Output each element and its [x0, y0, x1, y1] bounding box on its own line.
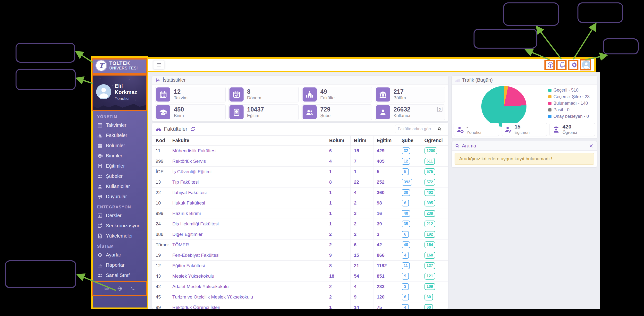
- stat-value: 217: [394, 88, 406, 95]
- ogrenci-badge[interactable]: 575: [424, 168, 436, 175]
- sidebar-item-bolumler[interactable]: Bölümler: [93, 140, 147, 150]
- sube-badge[interactable]: 3: [402, 283, 409, 290]
- stat-card-takvim[interactable]: 12Takvim: [155, 87, 226, 102]
- cell-birim: 3: [350, 208, 373, 219]
- ogrenci-badge[interactable]: 238: [424, 210, 436, 217]
- sidebar-item-kullanicilar[interactable]: Kullanıcılar: [93, 181, 147, 192]
- faculty-link[interactable]: Meslek Yüksekokulu: [172, 274, 214, 278]
- menu-toggle-button[interactable]: [153, 60, 164, 70]
- sidebar-item-senkronizasyon[interactable]: Senkronizasyon: [93, 220, 147, 231]
- stat-value: 8: [247, 88, 261, 95]
- sube-badge[interactable]: 11: [402, 262, 410, 269]
- navbar-gear-button[interactable]: [569, 60, 580, 70]
- mini-card-ogrenci[interactable]: 420Öğrenci: [550, 123, 595, 136]
- ogrenci-badge[interactable]: 60: [424, 304, 433, 309]
- ogrenci-badge[interactable]: 572: [424, 179, 436, 186]
- stat-card-egitim[interactable]: 10437Eğitim: [228, 104, 299, 120]
- ogrenci-badge[interactable]: 395: [424, 200, 436, 206]
- navbar-avatar-button[interactable]: [581, 60, 591, 70]
- sube-badge[interactable]: 40: [402, 242, 410, 248]
- sidebar-item-ayarlar[interactable]: Ayarlar: [93, 250, 147, 260]
- faculty-link[interactable]: Hazırlık Birimi: [172, 211, 201, 216]
- cell-kod: 999: [152, 208, 169, 219]
- sube-badge[interactable]: 4: [402, 252, 409, 259]
- gear-icon: [571, 62, 578, 68]
- faculty-link[interactable]: İş Güvenliği Eğitimi: [172, 169, 212, 174]
- mini-card-egitmen[interactable]: 15Eğitmen: [502, 123, 547, 136]
- faculty-link[interactable]: Diğer Eğitimler: [172, 232, 203, 237]
- ogrenci-badge[interactable]: 1200: [424, 148, 438, 154]
- sidebar-item-sanal-sinif[interactable]: Sanal Sınıf: [93, 270, 147, 280]
- sube-badge[interactable]: 9: [402, 273, 409, 280]
- sidebar-item-yukelemeler[interactable]: Yükelemeler: [93, 231, 147, 241]
- ogrenci-badge[interactable]: 60: [424, 294, 433, 300]
- faculty-link[interactable]: Tıp Fakültesi: [172, 180, 199, 184]
- globe-icon[interactable]: [117, 286, 122, 291]
- ogrenci-badge[interactable]: 611: [424, 158, 435, 165]
- faculty-link[interactable]: Turizm ve Otelcilik Meslek Yüksekokulu: [172, 294, 253, 300]
- faculty-link[interactable]: Eğitim Fakültesi: [172, 263, 205, 268]
- faculty-link[interactable]: Rektörlük Öğrenci İşleri: [172, 305, 220, 309]
- cell-fakulte: Tıp Fakültesi: [169, 177, 326, 188]
- ogrenci-badge[interactable]: 402: [424, 189, 436, 196]
- cell-kod: 24: [152, 219, 169, 229]
- sube-badge[interactable]: 6: [402, 200, 409, 206]
- cell-birim: 1: [350, 166, 373, 177]
- stat-card-fakulte[interactable]: 49Fakülte: [302, 87, 372, 102]
- stat-card-sube[interactable]: 729Şube: [302, 104, 372, 120]
- faculty-link[interactable]: Hukuk Fakültesi: [172, 200, 205, 206]
- ogrenci-badge[interactable]: 160: [424, 252, 436, 259]
- stat-card-donem[interactable]: 8Dönem: [228, 87, 299, 102]
- stat-card-bolum[interactable]: 217Bölüm: [375, 87, 445, 102]
- sube-badge[interactable]: 5: [402, 168, 409, 175]
- faculty-link[interactable]: TÖMER: [172, 242, 189, 247]
- sube-badge[interactable]: 4: [402, 304, 409, 309]
- chat-icon[interactable]: [104, 286, 109, 291]
- phone-icon[interactable]: [130, 286, 136, 291]
- sube-badge[interactable]: 30: [402, 189, 410, 196]
- sidebar-item-raporlar[interactable]: Raporlar: [93, 260, 147, 270]
- sube-badge[interactable]: 35: [402, 220, 410, 227]
- sube-badge[interactable]: 40: [402, 210, 410, 217]
- faculty-link[interactable]: Diş Hekimliği Fakültesi: [172, 221, 219, 226]
- cell-fakulte: Adalet Meslek Yüksekokulu: [169, 282, 326, 292]
- sube-badge[interactable]: 6: [402, 294, 409, 300]
- faculty-link[interactable]: Mühendislik Fakültesi: [172, 148, 216, 153]
- faculty-search-input[interactable]: [395, 124, 434, 133]
- refresh-icon[interactable]: [190, 126, 196, 132]
- ogrenci-badge[interactable]: 109: [424, 283, 436, 290]
- sidebar-item-fakulteler[interactable]: Fakülteler: [93, 130, 147, 140]
- ogrenci-badge[interactable]: 121: [424, 273, 436, 280]
- sidebar-item-egitimler[interactable]: Eğitimler: [93, 161, 147, 171]
- traffic-pie-chart[interactable]: [481, 86, 526, 127]
- navbar-cube-button[interactable]: [546, 60, 556, 70]
- faculty-link[interactable]: Adalet Meslek Yüksekokulu: [172, 284, 229, 289]
- sidebar-item-birimler[interactable]: Birimler: [93, 150, 147, 161]
- faculty-link[interactable]: Fen-Edebiyat Fakültesi: [172, 252, 220, 258]
- user-profile[interactable]: Elif Korkmaz Yönetici: [93, 73, 147, 110]
- navbar-bell-button[interactable]: [557, 60, 568, 70]
- sube-badge[interactable]: 392: [402, 179, 412, 186]
- sube-badge[interactable]: 12: [402, 158, 410, 165]
- stat-label: Birim: [174, 113, 184, 118]
- ogrenci-badge[interactable]: 192: [424, 231, 436, 238]
- ogrenci-badge[interactable]: 212: [424, 220, 436, 227]
- sidebar-item-dersler[interactable]: Dersler: [93, 210, 147, 220]
- help-icon[interactable]: ?: [437, 107, 442, 112]
- sube-badge[interactable]: 32: [402, 148, 410, 154]
- close-icon[interactable]: [589, 144, 594, 148]
- ogrenci-badge[interactable]: 164: [424, 242, 436, 248]
- statistics-grid: 12Takvim8Dönem49Fakülte217Bölüm450Birim1…: [152, 84, 448, 122]
- sidebar-item-duyurular[interactable]: Duyurular: [93, 192, 147, 202]
- mini-card-yonetici[interactable]: -Yönetici: [454, 123, 499, 136]
- faculty-link[interactable]: Rektörlük Servis: [172, 158, 206, 164]
- sidebar-item-subeler[interactable]: Şubeler: [93, 171, 147, 181]
- app-logo[interactable]: T TOLTEK ÜNİVERSİTESİ: [93, 58, 147, 73]
- faculty-link[interactable]: İlahiyat Fakültesi: [172, 190, 207, 195]
- sidebar-item-takvimler[interactable]: Takvimler: [93, 120, 147, 130]
- stat-card-birim[interactable]: 450Birim: [155, 104, 226, 120]
- faculty-search-button[interactable]: [434, 124, 445, 133]
- ogrenci-badge[interactable]: 127: [424, 262, 436, 269]
- stat-card-kullanici[interactable]: 26632Kullanıcı?: [375, 104, 445, 120]
- sube-badge[interactable]: 6: [402, 231, 409, 238]
